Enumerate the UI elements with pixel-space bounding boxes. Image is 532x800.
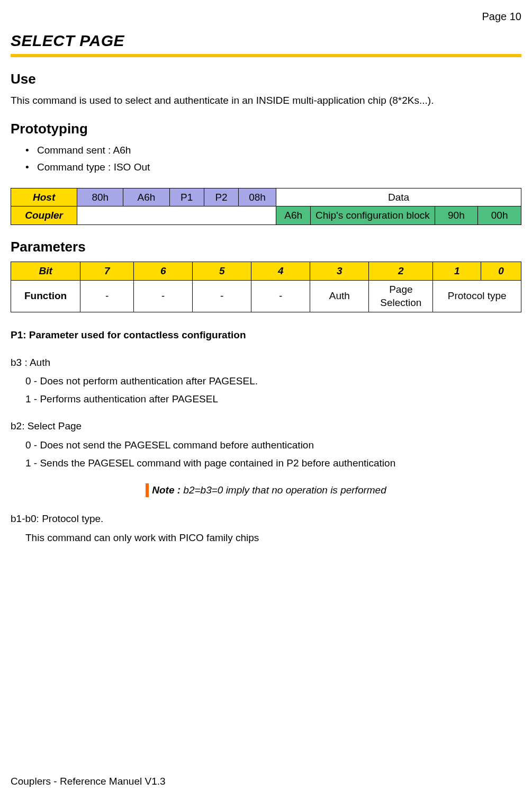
param-cell: Page Selection — [369, 280, 433, 312]
param-header: 6 — [134, 262, 193, 280]
param-cell: - — [193, 280, 251, 312]
b1b0-text: This command can only work with PICO fam… — [25, 531, 521, 545]
hc-host-label: Host — [11, 188, 77, 206]
hc-cell: 00h — [478, 206, 521, 225]
prototyping-list: Command sent : A6h Command type : ISO Ou… — [11, 143, 521, 174]
hc-cell: P2 — [204, 188, 238, 206]
b2-block: b2: Select Page 0 - Does not send the PA… — [11, 419, 521, 470]
param-row-label: Function — [11, 280, 80, 312]
param-cell: - — [251, 280, 310, 312]
b2-opt0: 0 - Does not send the PAGESEL command be… — [25, 438, 521, 452]
param-header: 5 — [193, 262, 251, 280]
b2-opt1: 1 - Sends the PAGESEL command with page … — [25, 456, 521, 470]
footer-text: Couplers - Reference Manuel V1.3 — [11, 775, 166, 788]
host-coupler-table: Host 80h A6h P1 P2 08h Data Coupler A6h … — [11, 188, 521, 225]
param-header: 4 — [251, 262, 310, 280]
param-cell: Auth — [310, 280, 369, 312]
use-text: This command is used to select and authe… — [11, 94, 521, 107]
param-header: 1 — [433, 262, 481, 280]
param-header: 0 — [481, 262, 521, 280]
b3-lead: b3 : Auth — [11, 356, 521, 370]
page-title: SELECT PAGE — [11, 30, 521, 52]
param-header: 7 — [80, 262, 134, 280]
list-item: Command sent : A6h — [25, 143, 521, 157]
param-cell: - — [80, 280, 134, 312]
param-header: Bit — [11, 262, 80, 280]
b2-lead: b2: Select Page — [11, 419, 521, 433]
hc-cell: 80h — [77, 188, 123, 206]
hc-cell: Chip's configuration block — [311, 206, 435, 225]
b1b0-lead: b1-b0: Protocol type. — [11, 512, 521, 526]
hc-cell: P1 — [169, 188, 204, 206]
prototyping-heading: Prototyping — [11, 120, 521, 138]
param-cell: Protocol type — [433, 280, 521, 312]
hc-empty — [77, 206, 276, 225]
use-heading: Use — [11, 70, 521, 88]
hc-data-label: Data — [276, 188, 521, 206]
title-underline — [11, 54, 521, 57]
b3-opt0: 0 - Does not perform authentication afte… — [25, 374, 521, 388]
note-text: b2=b3=0 imply that no operation is perfo… — [181, 484, 386, 496]
b3-opt1: 1 - Performs authentication after PAGESE… — [25, 392, 521, 406]
hc-cell: 08h — [239, 188, 276, 206]
p1-subhead: P1: Parameter used for contactless confi… — [11, 328, 521, 342]
hc-cell: 90h — [435, 206, 478, 225]
parameters-heading: Parameters — [11, 238, 521, 256]
hc-coupler-label: Coupler — [11, 206, 77, 225]
param-header: 2 — [369, 262, 433, 280]
page-number: Page 10 — [11, 10, 521, 24]
b1b0-block: b1-b0: Protocol type. This command can o… — [11, 512, 521, 544]
param-cell: - — [134, 280, 193, 312]
list-item: Command type : ISO Out — [25, 160, 521, 174]
note-box: Note : b2=b3=0 imply that no operation i… — [146, 483, 386, 497]
b3-block: b3 : Auth 0 - Does not perform authentic… — [11, 356, 521, 406]
hc-cell: A6h — [123, 188, 169, 206]
hc-cell: A6h — [276, 206, 310, 225]
note-label: Note : — [152, 484, 181, 496]
parameters-table: Bit 7 6 5 4 3 2 1 0 Function - - - - Aut… — [11, 262, 521, 312]
param-header: 3 — [310, 262, 369, 280]
